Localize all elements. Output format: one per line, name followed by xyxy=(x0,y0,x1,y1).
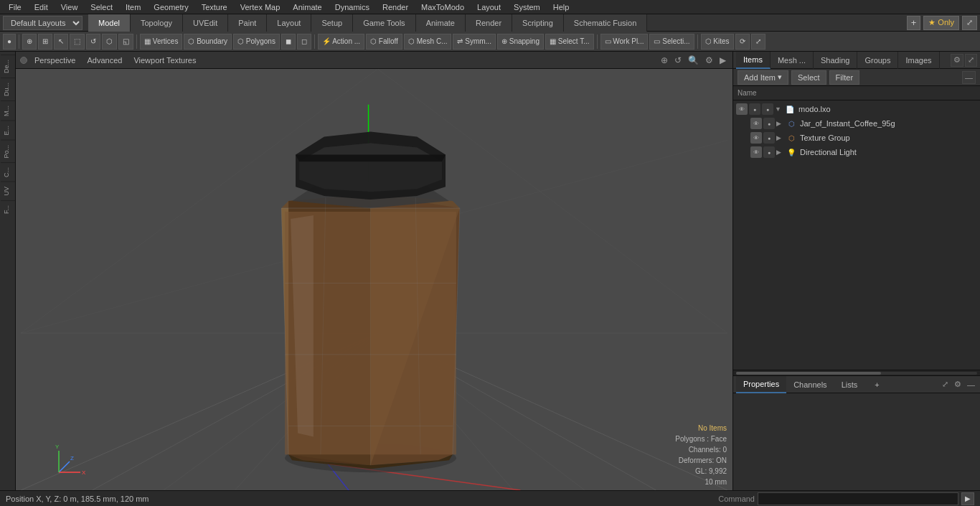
item-vis-btn-2-2[interactable]: ● xyxy=(763,132,775,144)
fullscreen-btn[interactable]: ⤢ xyxy=(751,34,765,50)
command-execute-btn[interactable]: ▶ xyxy=(961,492,974,505)
item-row-jar[interactable]: 👁 ● ▶ ⬡ Jar_of_Instant_Coffee_95g xyxy=(733,116,980,131)
prop-settings-icon[interactable]: ⚙ xyxy=(952,380,963,389)
item-expand-0[interactable]: ▼ xyxy=(775,106,783,113)
item-expand-3[interactable]: ▶ xyxy=(776,149,785,156)
menu-dynamics[interactable]: Dynamics xyxy=(329,1,375,13)
wire-display-btn[interactable]: ◻ xyxy=(297,34,311,50)
polygons-btn[interactable]: ⬡ Polygons xyxy=(233,34,280,50)
viewport-textures-label[interactable]: Viewport Textures xyxy=(129,55,200,66)
viewport-settings-icon[interactable]: ⚙ xyxy=(703,55,715,65)
panel-tab-groups[interactable]: Groups xyxy=(857,52,898,69)
panel-tab-items[interactable]: Items xyxy=(736,52,771,69)
tab-animate[interactable]: Animate xyxy=(416,14,466,32)
grid2-icon-btn[interactable]: ⊞ xyxy=(38,34,52,50)
menu-system[interactable]: System xyxy=(508,1,546,13)
shape-btn[interactable]: ◱ xyxy=(118,34,133,50)
viewport-rotate-icon[interactable]: ↺ xyxy=(672,55,684,65)
menu-geometry[interactable]: Geometry xyxy=(148,1,194,13)
add-item-button[interactable]: Add Item ▾ xyxy=(738,70,788,85)
panel-tab-images[interactable]: Images xyxy=(898,52,939,69)
items-list[interactable]: 👁 ● ● ▼ 📄 modo.lxo 👁 ● ▶ ⬡ Jar_of_Instan… xyxy=(733,100,980,370)
symmetry-btn[interactable]: ⇌ Symm... xyxy=(453,34,495,50)
viewport-advanced-label[interactable]: Advanced xyxy=(83,55,126,66)
star-only-button[interactable]: ★ Only xyxy=(923,16,959,30)
scale-btn[interactable]: ⬡ xyxy=(102,34,117,50)
scroll-track[interactable] xyxy=(736,372,977,375)
prop-tab-lists[interactable]: Lists xyxy=(834,376,865,393)
select-tool-btn[interactable]: ▦ Select T... xyxy=(545,34,594,50)
grid-icon-btn[interactable]: ⊕ xyxy=(22,34,37,50)
select-button[interactable]: Select xyxy=(791,70,826,85)
sidebar-tab-c[interactable]: C... xyxy=(1,162,15,182)
menu-animate[interactable]: Animate xyxy=(287,1,327,13)
tab-render[interactable]: Render xyxy=(466,14,512,32)
add-layout-button[interactable]: + xyxy=(907,16,921,30)
maximize-button[interactable]: ⤢ xyxy=(962,16,977,30)
item-row-modo-lxo[interactable]: 👁 ● ● ▼ 📄 modo.lxo xyxy=(733,102,980,116)
tab-uvedit[interactable]: UVEdit xyxy=(183,14,228,32)
tab-setup[interactable]: Setup xyxy=(311,14,353,32)
indicator-btn[interactable]: ● xyxy=(3,34,16,50)
menu-file[interactable]: File xyxy=(3,1,27,13)
scene-canvas[interactable]: No Items Polygons : Face Channels: 0 Def… xyxy=(16,69,732,490)
prop-tab-plus[interactable]: + xyxy=(867,376,886,393)
snapping-btn[interactable]: ⊕ Snapping xyxy=(497,34,544,50)
tab-game-tools[interactable]: Game Tools xyxy=(353,14,416,32)
viewport-dot[interactable] xyxy=(20,57,27,64)
menu-view[interactable]: View xyxy=(55,1,84,13)
kites-btn[interactable]: ⬡ Kites xyxy=(701,34,734,50)
prop-expand-icon[interactable]: ⤢ xyxy=(940,380,951,389)
work-plane-btn[interactable]: ▭ Work Pl... xyxy=(600,34,649,50)
command-input[interactable] xyxy=(758,492,958,505)
menu-render[interactable]: Render xyxy=(377,1,414,13)
menu-item[interactable]: Item xyxy=(120,1,146,13)
falloff-btn[interactable]: ⬡ Falloff xyxy=(366,34,402,50)
item-visibility-btn-1[interactable]: 👁 xyxy=(750,118,762,129)
sidebar-tab-m[interactable]: M... xyxy=(1,100,15,121)
items-collapse-btn[interactable]: — xyxy=(962,71,976,84)
menu-maxtomodo[interactable]: MaxToModo xyxy=(415,1,470,13)
sidebar-tab-du[interactable]: Du... xyxy=(1,78,15,100)
rotate-view-btn[interactable]: ⟳ xyxy=(735,34,750,50)
menu-texture[interactable]: Texture xyxy=(196,1,233,13)
panel-expand-btn[interactable]: ⤢ xyxy=(965,54,977,67)
item-row-light[interactable]: 👁 ● ▶ 💡 Directional Light xyxy=(733,145,980,159)
tab-topology[interactable]: Topology xyxy=(131,14,183,32)
item-vis-btn-2-0[interactable]: ● xyxy=(749,103,760,115)
tab-layout[interactable]: Layout xyxy=(267,14,311,32)
panel-tab-mesh[interactable]: Mesh ... xyxy=(771,52,814,69)
layout-dropdown[interactable]: Default Layouts xyxy=(3,16,83,30)
viewport-perspective-label[interactable]: Perspective xyxy=(30,55,80,66)
panel-settings-btn[interactable]: ⚙ xyxy=(951,54,963,67)
action-btn[interactable]: ⚡ Action ... xyxy=(318,34,364,50)
menu-select[interactable]: Select xyxy=(85,1,118,13)
item-row-texture[interactable]: 👁 ● ▶ ⬡ Texture Group xyxy=(733,131,980,145)
tab-paint[interactable]: Paint xyxy=(228,14,267,32)
transform-btn[interactable]: ⬚ xyxy=(70,34,85,50)
menu-edit[interactable]: Edit xyxy=(29,1,54,13)
item-vis-btn-2-3[interactable]: ● xyxy=(763,146,775,158)
prop-tab-channels[interactable]: Channels xyxy=(786,376,834,393)
tab-model[interactable]: Model xyxy=(88,14,131,32)
item-visibility-btn-2[interactable]: 👁 xyxy=(750,132,762,144)
vertices-btn[interactable]: ▦ Vertices xyxy=(140,34,182,50)
item-visibility-btn-3[interactable]: 👁 xyxy=(750,146,762,158)
solid-display-btn[interactable]: ◼ xyxy=(281,34,296,50)
sidebar-tab-po[interactable]: Po... xyxy=(1,140,15,163)
mesh-btn[interactable]: ⬡ Mesh C... xyxy=(404,34,452,50)
viewport-zoom-icon[interactable]: 🔍 xyxy=(686,55,701,65)
panel-tab-shading[interactable]: Shading xyxy=(814,52,857,69)
cursor-btn[interactable]: ↖ xyxy=(54,34,68,50)
selection-set-btn[interactable]: ▭ Selecti... xyxy=(649,34,694,50)
viewport[interactable]: Perspective Advanced Viewport Textures ⊕… xyxy=(16,52,732,490)
menu-layout[interactable]: Layout xyxy=(471,1,507,13)
sidebar-tab-de[interactable]: De... xyxy=(1,55,15,78)
viewport-nav-icon[interactable]: ⊕ xyxy=(659,55,670,65)
item-expand-1[interactable]: ▶ xyxy=(776,120,785,127)
item-vis-btn-3-0[interactable]: ● xyxy=(762,103,773,115)
viewport-play-icon[interactable]: ▶ xyxy=(717,55,728,65)
menu-help[interactable]: Help xyxy=(547,1,575,13)
prop-tab-properties[interactable]: Properties xyxy=(736,376,786,393)
item-vis-btn-2-1[interactable]: ● xyxy=(763,118,775,129)
